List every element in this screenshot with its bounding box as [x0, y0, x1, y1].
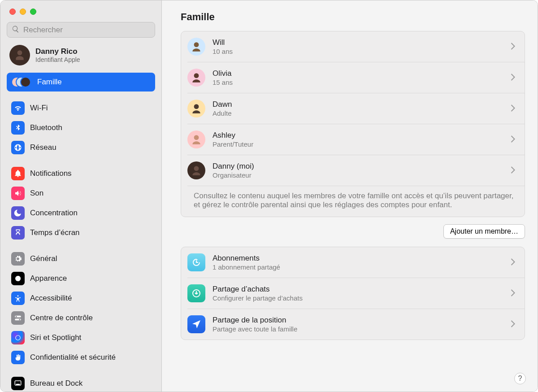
member-name: Olivia	[213, 69, 233, 78]
member-subtitle: 10 ans	[213, 48, 233, 55]
member-avatar	[187, 38, 205, 56]
sidebar-item-concentration[interactable]: Concentration	[7, 204, 155, 222]
member-avatar	[187, 100, 205, 118]
page-title: Famille	[181, 11, 525, 23]
feature-title: Partage d’achats	[213, 285, 303, 294]
sidebar-item-general[interactable]: Général	[7, 249, 155, 268]
sidebar-item-temps-ecran[interactable]: Temps d’écran	[7, 223, 155, 242]
purchase-sharing-icon	[187, 284, 205, 302]
member-subtitle: Adulte	[213, 109, 232, 117]
feature-subtitle: 1 abonnement partagé	[213, 263, 280, 271]
search-field[interactable]	[7, 22, 155, 38]
svg-point-13	[194, 166, 199, 171]
feature-row-purchase-sharing[interactable]: Partage d’achats Configurer le partage d…	[187, 278, 525, 309]
family-member-row[interactable]: Dawn Adulte	[187, 93, 525, 124]
chevron-right-icon	[511, 320, 518, 329]
account-name: Danny Rico	[35, 47, 80, 56]
family-icon	[11, 75, 32, 89]
minimize-window-button[interactable]	[20, 9, 26, 15]
subscriptions-icon	[187, 253, 205, 271]
accessibility-icon	[11, 292, 25, 305]
member-name: Ashley	[213, 131, 253, 140]
member-name: Will	[213, 38, 233, 47]
sidebar-item-centre-controle[interactable]: Centre de contrôle	[7, 309, 155, 327]
sidebar-item-notifications[interactable]: Notifications	[7, 164, 155, 183]
sidebar-item-label: Son	[30, 189, 43, 198]
sidebar-account-row[interactable]: Danny Rico Identifiant Apple	[7, 41, 155, 69]
appearance-icon	[11, 272, 25, 285]
hand-icon	[11, 351, 25, 364]
svg-point-4	[16, 316, 17, 317]
feature-row-subscriptions[interactable]: Abonnements 1 abonnement partagé	[181, 247, 525, 278]
account-subtitle: Identifiant Apple	[35, 56, 80, 63]
sidebar-item-bureau-dock[interactable]: Bureau et Dock	[7, 374, 155, 392]
sidebar-item-label: Concentration	[30, 209, 78, 218]
feature-subtitle: Partage avec toute la famille	[213, 325, 297, 333]
member-subtitle: Organisateur	[213, 171, 254, 179]
sidebar-item-label: Accessibilité	[30, 294, 72, 303]
account-avatar	[9, 45, 30, 65]
search-input[interactable]	[23, 26, 150, 35]
feature-title: Abonnements	[213, 254, 280, 263]
window-controls	[7, 7, 155, 18]
svg-point-1	[17, 295, 19, 296]
family-member-row[interactable]: Danny (moi) Organisateur	[187, 155, 525, 186]
sharing-features-card: Abonnements 1 abonnement partagé Partage…	[181, 247, 525, 340]
chevron-right-icon	[511, 74, 518, 82]
hourglass-icon	[11, 226, 25, 240]
chevron-right-icon	[511, 105, 518, 113]
member-avatar	[187, 161, 205, 179]
sidebar-item-label: Apparence	[30, 274, 67, 283]
feature-row-location-sharing[interactable]: Partage de la position Partage avec tout…	[187, 309, 525, 340]
svg-point-12	[194, 135, 199, 140]
bluetooth-icon	[11, 121, 25, 135]
sidebar-item-label: Bluetooth	[30, 123, 62, 132]
wifi-icon	[11, 101, 25, 115]
add-member-button[interactable]: Ajouter un membre…	[443, 224, 525, 239]
member-name: Dawn	[213, 100, 232, 109]
sidebar-item-son[interactable]: Son	[7, 184, 155, 203]
gear-icon	[11, 252, 25, 266]
family-member-row[interactable]: Olivia 15 ans	[187, 62, 525, 93]
family-member-row[interactable]: Ashley Parent/Tuteur	[187, 124, 525, 155]
family-member-row[interactable]: Will 10 ans	[181, 31, 525, 62]
chevron-right-icon	[511, 166, 518, 175]
bell-icon	[11, 167, 25, 180]
sidebar-item-famille[interactable]: Famille	[7, 73, 155, 91]
sidebar-item-label: Général	[30, 254, 57, 263]
speaker-icon	[11, 187, 25, 200]
globe-icon	[11, 141, 25, 154]
sidebar-item-label: Centre de contrôle	[30, 314, 93, 322]
sidebar-item-accessibilite[interactable]: Accessibilité	[7, 289, 155, 308]
sidebar: Danny Rico Identifiant Apple Famille Wi-…	[0, 0, 162, 392]
sidebar-item-bluetooth[interactable]: Bluetooth	[7, 118, 155, 137]
close-window-button[interactable]	[9, 9, 16, 15]
moon-icon	[11, 206, 25, 220]
feature-title: Partage de la position	[213, 316, 297, 325]
svg-point-11	[194, 104, 199, 109]
sidebar-item-label: Wi-Fi	[30, 104, 48, 113]
search-icon	[12, 25, 20, 35]
chevron-right-icon	[511, 135, 518, 144]
settings-window: Danny Rico Identifiant Apple Famille Wi-…	[0, 0, 538, 392]
maximize-window-button[interactable]	[30, 9, 36, 15]
member-avatar	[187, 131, 205, 148]
sidebar-item-apparence[interactable]: Apparence	[7, 269, 155, 288]
sidebar-item-label: Temps d’écran	[30, 228, 80, 237]
member-name: Danny (moi)	[213, 162, 254, 171]
sidebar-item-siri[interactable]: Siri et Spotlight	[7, 328, 155, 347]
dock-icon	[11, 377, 25, 390]
svg-point-6	[16, 335, 21, 340]
family-members-card: Will 10 ans Olivia 15 ans	[181, 31, 525, 217]
sidebar-item-wifi[interactable]: Wi-Fi	[7, 99, 155, 118]
sidebar-item-confidentialite[interactable]: Confidentialité et sécurité	[7, 348, 155, 367]
content-area: Famille Will 10 ans Olivia 15 ans	[162, 0, 538, 392]
sidebar-item-label: Siri et Spotlight	[30, 333, 81, 342]
feature-subtitle: Configurer le partage d’achats	[213, 294, 303, 302]
sidebar-item-reseau[interactable]: Réseau	[7, 138, 155, 157]
chevron-right-icon	[511, 43, 518, 51]
svg-rect-8	[16, 384, 20, 385]
member-subtitle: 15 ans	[213, 78, 233, 86]
svg-point-5	[19, 319, 20, 320]
help-button[interactable]: ?	[514, 373, 526, 384]
